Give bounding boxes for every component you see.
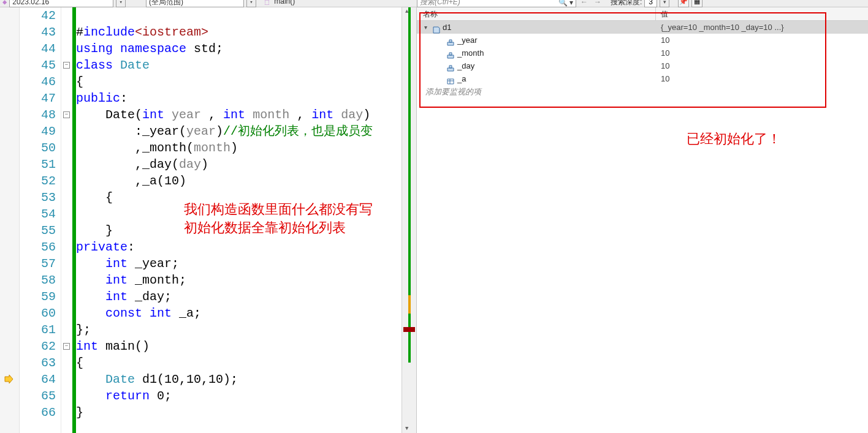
tree-toggle-icon[interactable]: ▾ — [422, 21, 429, 34]
project-dropdown[interactable]: 2023.02.16 — [9, 0, 113, 7]
depth-label: 搜索深度: — [606, 0, 642, 7]
nav-back-button[interactable]: ← — [579, 0, 590, 7]
object-icon — [432, 23, 440, 32]
breakpoint-gutter[interactable] — [0, 7, 20, 433]
annotation-initialized: 已经初始化了！ — [687, 130, 781, 148]
search-placeholder: 搜索(Ctrl+E) — [420, 0, 460, 6]
watch-add-item[interactable]: 添加要监视的项 — [417, 85, 868, 98]
watch-row-member[interactable]: _year10 — [417, 34, 868, 47]
fold-toggle[interactable]: − — [63, 62, 70, 69]
grid-button[interactable]: ▦ — [691, 0, 702, 7]
context-icon: ⬚ — [265, 0, 269, 7]
depth-stepper[interactable]: ▾ — [660, 0, 669, 7]
watch-member-value: 10 — [656, 72, 868, 85]
search-input[interactable]: 搜索(Ctrl+E) 🔍 ▾ — [417, 0, 576, 7]
code-editor[interactable]: 42 43 44 45 46 47 48 49 50 51 52 53 54 5… — [0, 7, 417, 433]
scroll-down-icon[interactable]: ▼ — [405, 426, 408, 432]
scrollbar-caret-marker — [403, 327, 415, 332]
pin-button[interactable]: 📌 — [678, 0, 689, 7]
depth-value[interactable]: 3 — [644, 0, 657, 7]
annotation-constructor: 我们构造函数里面什么都没有写 初始化数据全靠初始化列表 — [184, 200, 373, 237]
field-icon — [446, 36, 455, 45]
scrollbar-overview[interactable] — [408, 7, 411, 363]
fold-toggle[interactable]: − — [63, 343, 70, 350]
watch-member-name: _a — [457, 72, 466, 85]
project-dropdown-arrow[interactable]: ▾ — [116, 0, 126, 7]
watch-member-name: _year — [457, 34, 478, 47]
watch-row-member[interactable]: _day10 — [417, 59, 868, 72]
editor-scrollbar[interactable]: ▲ ▼ — [402, 7, 416, 433]
watch-panel: 名称 值 ▾ d1 {_year=10 _month=10 _day=10 ..… — [417, 7, 868, 433]
watch-member-value: 10 — [656, 47, 868, 59]
watch-header-value[interactable]: 值 — [656, 7, 868, 20]
top-toolbar: ◆ 2023.02.16 ▾ (全局范围) ▾ ⬚ main() 搜索(Ctrl… — [0, 0, 868, 7]
scope-dropdown-arrow[interactable]: ▾ — [246, 0, 256, 7]
watch-member-value: 10 — [656, 59, 868, 72]
watch-header-name[interactable]: 名称 — [417, 7, 656, 20]
watch-var-name: d1 — [443, 21, 451, 34]
watch-row-member[interactable]: _a10 — [417, 72, 868, 85]
watch-row-root[interactable]: ▾ d1 {_year=10 _month=10 _day=10 ...} — [417, 21, 868, 34]
watch-member-value: 10 — [656, 34, 868, 47]
field-icon — [446, 49, 455, 58]
current-line-arrow — [4, 374, 13, 384]
fold-toggle[interactable]: − — [63, 111, 70, 118]
scope-dropdown[interactable]: (全局范围) — [146, 0, 244, 7]
fold-gutter[interactable]: −−− — [61, 7, 72, 433]
watch-header: 名称 值 — [417, 7, 868, 21]
watch-var-value: {_year=10 _month=10 _day=10 ...} — [656, 21, 868, 34]
watch-member-name: _day — [457, 59, 474, 72]
field-icon — [446, 75, 455, 83]
search-icon[interactable]: 🔍 ▾ — [558, 0, 573, 7]
line-number-gutter: 42 43 44 45 46 47 48 49 50 51 52 53 54 5… — [20, 7, 61, 433]
context-dropdown[interactable]: main() — [272, 0, 357, 7]
watch-row-member[interactable]: _month10 — [417, 47, 868, 59]
field-icon — [446, 62, 455, 70]
nav-forward-button[interactable]: → — [592, 0, 603, 7]
project-icon: ◆ — [2, 0, 7, 7]
watch-member-name: _month — [457, 47, 484, 59]
